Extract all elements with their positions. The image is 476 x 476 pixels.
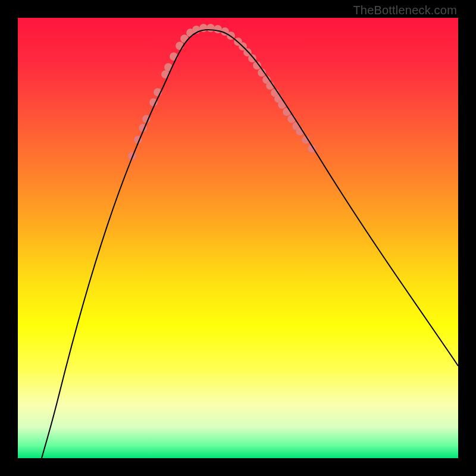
data-dot bbox=[248, 54, 256, 62]
data-dot bbox=[283, 108, 291, 116]
data-dot bbox=[278, 101, 286, 109]
data-dot bbox=[214, 25, 222, 33]
dot-cluster bbox=[128, 24, 316, 160]
data-dot bbox=[149, 98, 158, 107]
chart-frame: TheBottleneck.com bbox=[0, 0, 476, 476]
curve-layer bbox=[18, 18, 458, 458]
plot-area bbox=[18, 18, 458, 458]
data-dot bbox=[206, 24, 215, 32]
watermark-text: TheBottleneck.com bbox=[353, 4, 457, 17]
data-dot bbox=[180, 35, 189, 43]
bottleneck-curve bbox=[42, 30, 458, 458]
